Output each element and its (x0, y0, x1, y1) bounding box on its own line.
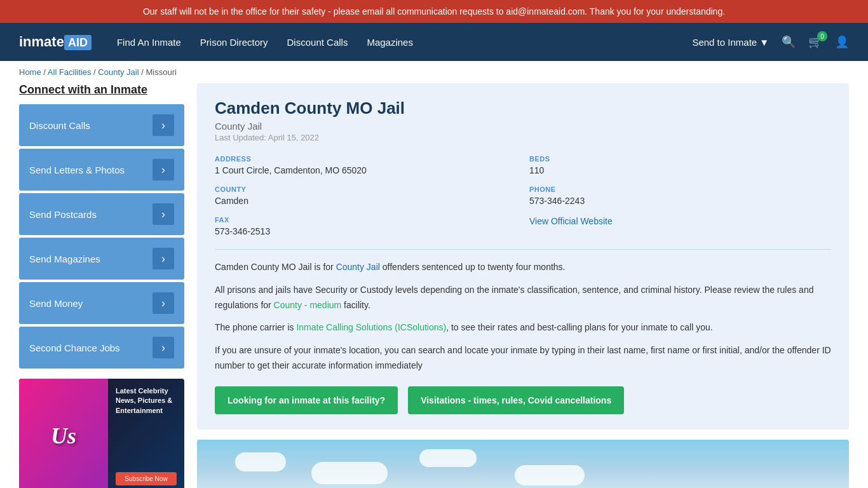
sidebar-discount-calls[interactable]: Discount Calls › (19, 104, 184, 146)
sidebar: Connect with an Inmate Discount Calls › … (19, 83, 184, 488)
visitation-button[interactable]: Visitations - times, rules, Covid cancel… (408, 386, 624, 414)
logo-part1: inmate (19, 34, 64, 50)
facility-card: Camden County MO Jail County Jail Last U… (197, 83, 849, 430)
alert-banner: Our staff will not be in the office for … (0, 0, 868, 23)
cloud-1 (235, 452, 286, 471)
arrow-icon: › (153, 248, 174, 269)
content-area: Camden County MO Jail County Jail Last U… (197, 83, 849, 488)
find-inmate-button[interactable]: Looking for an inmate at this facility? (215, 386, 398, 414)
beds-block: BEDS 110 (529, 155, 831, 175)
county-jail-link[interactable]: County Jail (336, 262, 380, 272)
arrow-icon: › (153, 337, 174, 358)
main-content: Connect with an Inmate Discount Calls › … (0, 83, 868, 488)
website-link[interactable]: View Official Website (529, 216, 613, 226)
fax-value: 573-346-2513 (215, 226, 517, 236)
fax-label: FAX (215, 216, 517, 224)
nav-discount-calls[interactable]: Discount Calls (287, 37, 348, 48)
ad-headline: Latest Celebrity News, Pictures & Entert… (116, 386, 177, 416)
ad-text: Latest Celebrity News, Pictures & Entert… (108, 379, 184, 488)
chevron-down-icon: ▼ (759, 37, 769, 48)
phone-label: PHONE (529, 186, 831, 193)
arrow-icon: › (153, 114, 174, 136)
logo-part2: AID (64, 35, 92, 50)
cart-badge: 0 (817, 31, 827, 41)
sidebar-ad: Us Latest Celebrity News, Pictures & Ent… (19, 379, 184, 488)
ad-subscribe-button[interactable]: Subscribe Now (116, 472, 177, 485)
cloud-2 (311, 462, 388, 484)
sidebar-send-money[interactable]: Send Money › (19, 282, 184, 324)
action-buttons: Looking for an inmate at this facility? … (215, 386, 831, 414)
beds-value: 110 (529, 165, 831, 175)
alert-text: Our staff will not be in the office for … (143, 6, 725, 17)
breadcrumb-all-facilities[interactable]: All Facilities (48, 67, 92, 77)
arrow-icon: › (153, 159, 174, 180)
cloud-3 (419, 449, 477, 467)
sky-background (197, 440, 849, 488)
sidebar-send-magazines[interactable]: Send Magazines › (19, 238, 184, 280)
logo[interactable]: inmateAID (19, 34, 92, 50)
facility-info-grid: ADDRESS 1 Court Circle, Camdenton, MO 65… (215, 155, 831, 236)
sidebar-title: Connect with an Inmate (19, 83, 184, 97)
nav-links: Find An Inmate Prison Directory Discount… (117, 37, 692, 48)
sidebar-second-chance-jobs[interactable]: Second Chance Jobs › (19, 327, 184, 369)
county-value: Camden (215, 196, 517, 206)
ics-link[interactable]: Inmate Calling Solutions (ICSolutions) (296, 322, 446, 332)
county-block: COUNTY Camden (215, 186, 517, 206)
facility-image (197, 440, 849, 488)
sidebar-send-postcards[interactable]: Send Postcards › (19, 193, 184, 235)
address-label: ADDRESS (215, 155, 517, 163)
divider (215, 249, 831, 250)
cloud-4 (515, 465, 585, 485)
description-4: If you are unsure of your inmate's locat… (215, 343, 831, 374)
send-to-inmate-button[interactable]: Send to Inmate ▼ (692, 37, 769, 48)
description-1: Camden County MO Jail is for County Jail… (215, 260, 831, 275)
arrow-icon: › (153, 292, 174, 314)
arrow-icon: › (153, 203, 174, 225)
nav-right: Send to Inmate ▼ 🔍 🛒 0 👤 (692, 35, 849, 49)
county-medium-link[interactable]: County - medium (274, 300, 342, 310)
nav-prison-directory[interactable]: Prison Directory (200, 37, 268, 48)
breadcrumb-county-jail[interactable]: County Jail (98, 67, 139, 77)
user-icon[interactable]: 👤 (835, 35, 849, 49)
sidebar-send-letters[interactable]: Send Letters & Photos › (19, 149, 184, 191)
facility-name: Camden County MO Jail (215, 98, 831, 118)
facility-type: County Jail (215, 121, 831, 132)
nav-find-inmate[interactable]: Find An Inmate (117, 37, 181, 48)
description-3: The phone carrier is Inmate Calling Solu… (215, 320, 831, 336)
nav-magazines[interactable]: Magazines (367, 37, 413, 48)
fax-block: FAX 573-346-2513 (215, 216, 517, 236)
website-block: View Official Website (529, 216, 831, 236)
county-label: COUNTY (215, 186, 517, 193)
beds-label: BEDS (529, 155, 831, 163)
address-value: 1 Court Circle, Camdenton, MO 65020 (215, 165, 517, 175)
phone-block: PHONE 573-346-2243 (529, 186, 831, 206)
cart-icon[interactable]: 🛒 0 (808, 35, 822, 49)
ad-image: Us (19, 379, 108, 488)
breadcrumb-home[interactable]: Home (19, 67, 41, 77)
breadcrumb: Home / All Facilities / County Jail / Mi… (0, 61, 868, 83)
facility-updated: Last Updated: April 15, 2022 (215, 133, 831, 142)
breadcrumb-state: Missouri (146, 67, 176, 77)
navbar: inmateAID Find An Inmate Prison Director… (0, 23, 868, 61)
description-2: All prisons and jails have Security or C… (215, 283, 831, 313)
search-icon[interactable]: 🔍 (782, 35, 796, 49)
phone-value: 573-346-2243 (529, 196, 831, 206)
address-block: ADDRESS 1 Court Circle, Camdenton, MO 65… (215, 155, 517, 175)
